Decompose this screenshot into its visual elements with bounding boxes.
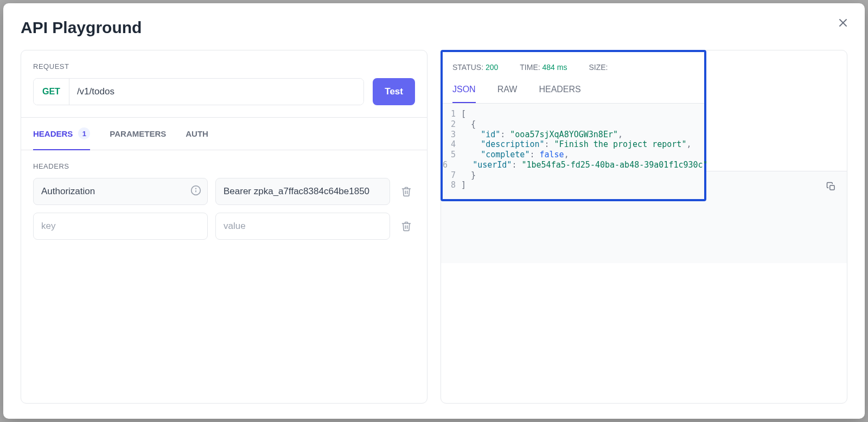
header-key-cell: [33, 178, 208, 205]
panels-container: REQUEST GET Test HEADERS 1 PARAMETERS AU…: [21, 50, 847, 404]
time-label: TIME:: [520, 63, 540, 72]
info-icon[interactable]: [190, 185, 201, 198]
code-line-4: "description": "Finish the project repor…: [461, 139, 691, 150]
tab-label: HEADERS: [33, 129, 73, 138]
code-line-3: "id": "ooa57sjXqA8YOGW3n8Er",: [461, 130, 623, 140]
response-panel: STATUS: 200 TIME: 484 ms SIZE: JSON RAW: [441, 50, 847, 404]
copy-response-button[interactable]: [826, 182, 836, 194]
api-playground-modal: API Playground REQUEST GET Test HEADERS …: [3, 3, 865, 419]
tab-label: PARAMETERS: [110, 129, 166, 138]
page-title: API Playground: [21, 18, 847, 37]
method-select[interactable]: GET: [34, 79, 69, 105]
status-group: STATUS: 200: [452, 63, 498, 72]
headers-count-badge: 1: [78, 127, 90, 139]
request-row: GET Test: [21, 78, 427, 117]
time-value: 484 ms: [542, 63, 567, 72]
headers-grid: [33, 178, 415, 240]
status-label: STATUS:: [452, 63, 483, 72]
svg-rect-5: [830, 186, 834, 190]
header-value-input-empty[interactable]: [215, 213, 390, 240]
response-body: 1[ 2 { 3 "id": "ooa57sjXqA8YOGW3n8Er", 4…: [443, 103, 704, 199]
url-input[interactable]: [69, 79, 363, 105]
delete-header-button[interactable]: [398, 221, 415, 232]
headers-section: HEADERS: [21, 150, 427, 252]
svg-point-4: [196, 188, 196, 189]
header-value-input[interactable]: [215, 178, 390, 205]
response-tabs: JSON RAW HEADERS: [443, 72, 704, 103]
code-line-5: "complete": false,: [461, 150, 569, 160]
tab-auth[interactable]: AUTH: [186, 118, 208, 150]
response-highlight-box: STATUS: 200 TIME: 484 ms SIZE: JSON RAW: [441, 50, 706, 201]
tab-headers[interactable]: HEADERS 1: [33, 118, 90, 150]
code-line-2: {: [461, 119, 476, 130]
response-tab-raw[interactable]: RAW: [497, 85, 518, 103]
header-key-input-empty[interactable]: [33, 213, 208, 240]
url-group: GET: [33, 78, 364, 105]
code-line-8: ]: [461, 180, 466, 190]
request-label: REQUEST: [21, 50, 427, 78]
close-button[interactable]: [837, 16, 850, 31]
code-line-1: [: [461, 109, 466, 119]
code-line-7: }: [461, 170, 476, 181]
delete-header-button[interactable]: [398, 186, 415, 197]
response-tab-headers[interactable]: HEADERS: [539, 85, 580, 103]
test-button[interactable]: Test: [373, 78, 415, 105]
size-label: SIZE:: [589, 63, 608, 72]
code-line-6: "userId": "1be54fa5-fd25-40ba-ab48-39a01…: [453, 160, 708, 170]
status-value: 200: [486, 63, 498, 72]
size-group: SIZE:: [589, 63, 608, 72]
tab-parameters[interactable]: PARAMETERS: [110, 118, 166, 150]
tab-label: AUTH: [186, 129, 208, 138]
status-row: STATUS: 200 TIME: 484 ms SIZE:: [443, 52, 704, 72]
response-tab-json[interactable]: JSON: [452, 85, 476, 103]
headers-section-label: HEADERS: [33, 162, 415, 170]
request-tabs: HEADERS 1 PARAMETERS AUTH: [21, 117, 427, 150]
time-group: TIME: 484 ms: [520, 63, 567, 72]
request-panel: REQUEST GET Test HEADERS 1 PARAMETERS AU…: [21, 50, 427, 404]
header-key-input[interactable]: [33, 178, 208, 205]
